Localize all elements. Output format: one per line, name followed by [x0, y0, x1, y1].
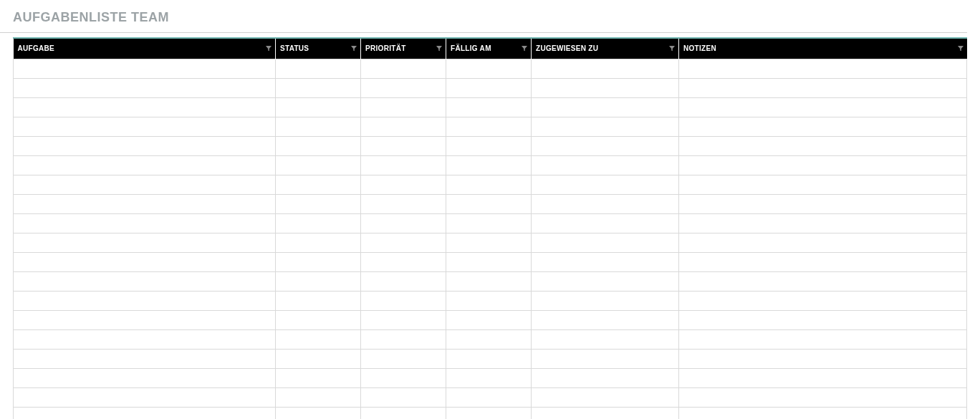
- table-cell[interactable]: [679, 117, 967, 136]
- table-cell[interactable]: [679, 349, 967, 368]
- table-cell[interactable]: [361, 368, 446, 387]
- table-cell[interactable]: [276, 213, 361, 233]
- col-header-notes[interactable]: NOTIZEN: [679, 39, 967, 59]
- table-cell[interactable]: [679, 252, 967, 271]
- table-cell[interactable]: [532, 271, 679, 291]
- table-cell[interactable]: [446, 387, 532, 407]
- table-cell[interactable]: [14, 368, 276, 387]
- table-cell[interactable]: [532, 387, 679, 407]
- table-cell[interactable]: [361, 155, 446, 175]
- table-cell[interactable]: [14, 329, 276, 349]
- table-cell[interactable]: [532, 78, 679, 97]
- table-cell[interactable]: [446, 155, 532, 175]
- table-cell[interactable]: [679, 136, 967, 155]
- table-cell[interactable]: [361, 310, 446, 329]
- table-cell[interactable]: [14, 271, 276, 291]
- table-cell[interactable]: [14, 387, 276, 407]
- table-cell[interactable]: [276, 291, 361, 310]
- table-cell[interactable]: [679, 387, 967, 407]
- col-header-assigned[interactable]: ZUGEWIESEN ZU: [532, 39, 679, 59]
- filter-icon[interactable]: [957, 45, 964, 52]
- table-cell[interactable]: [532, 291, 679, 310]
- table-cell[interactable]: [446, 252, 532, 271]
- table-cell[interactable]: [276, 233, 361, 252]
- table-cell[interactable]: [679, 368, 967, 387]
- table-cell[interactable]: [14, 252, 276, 271]
- table-cell[interactable]: [446, 368, 532, 387]
- table-cell[interactable]: [361, 329, 446, 349]
- table-cell[interactable]: [679, 291, 967, 310]
- table-cell[interactable]: [276, 368, 361, 387]
- table-cell[interactable]: [276, 329, 361, 349]
- col-header-aufgabe[interactable]: AUFGABE: [14, 39, 276, 59]
- col-header-due[interactable]: FÄLLIG AM: [446, 39, 532, 59]
- filter-icon[interactable]: [521, 45, 528, 52]
- table-cell[interactable]: [276, 271, 361, 291]
- table-cell[interactable]: [679, 97, 967, 117]
- table-cell[interactable]: [276, 194, 361, 213]
- table-cell[interactable]: [532, 59, 679, 78]
- table-cell[interactable]: [532, 117, 679, 136]
- table-cell[interactable]: [532, 349, 679, 368]
- table-cell[interactable]: [446, 117, 532, 136]
- table-cell[interactable]: [14, 213, 276, 233]
- table-cell[interactable]: [446, 407, 532, 419]
- table-cell[interactable]: [361, 97, 446, 117]
- table-cell[interactable]: [679, 78, 967, 97]
- table-cell[interactable]: [276, 78, 361, 97]
- table-cell[interactable]: [532, 155, 679, 175]
- table-cell[interactable]: [532, 194, 679, 213]
- table-cell[interactable]: [446, 329, 532, 349]
- table-cell[interactable]: [532, 329, 679, 349]
- table-cell[interactable]: [532, 252, 679, 271]
- table-cell[interactable]: [532, 175, 679, 194]
- table-cell[interactable]: [276, 310, 361, 329]
- table-cell[interactable]: [14, 155, 276, 175]
- table-cell[interactable]: [361, 407, 446, 419]
- table-cell[interactable]: [361, 194, 446, 213]
- table-cell[interactable]: [361, 233, 446, 252]
- table-cell[interactable]: [679, 310, 967, 329]
- table-cell[interactable]: [14, 194, 276, 213]
- table-cell[interactable]: [14, 136, 276, 155]
- table-cell[interactable]: [276, 349, 361, 368]
- table-cell[interactable]: [361, 252, 446, 271]
- table-cell[interactable]: [276, 117, 361, 136]
- table-cell[interactable]: [679, 271, 967, 291]
- table-cell[interactable]: [446, 78, 532, 97]
- table-cell[interactable]: [446, 136, 532, 155]
- table-cell[interactable]: [679, 59, 967, 78]
- table-cell[interactable]: [276, 387, 361, 407]
- table-cell[interactable]: [361, 291, 446, 310]
- table-cell[interactable]: [276, 59, 361, 78]
- table-cell[interactable]: [361, 117, 446, 136]
- table-cell[interactable]: [14, 175, 276, 194]
- col-header-status[interactable]: STATUS: [276, 39, 361, 59]
- table-cell[interactable]: [679, 407, 967, 419]
- table-cell[interactable]: [446, 97, 532, 117]
- col-header-priority[interactable]: PRIORITÄT: [361, 39, 446, 59]
- table-cell[interactable]: [679, 155, 967, 175]
- table-cell[interactable]: [446, 175, 532, 194]
- table-cell[interactable]: [532, 136, 679, 155]
- table-cell[interactable]: [446, 213, 532, 233]
- table-cell[interactable]: [361, 59, 446, 78]
- table-cell[interactable]: [446, 59, 532, 78]
- table-cell[interactable]: [361, 136, 446, 155]
- table-cell[interactable]: [361, 78, 446, 97]
- table-cell[interactable]: [446, 233, 532, 252]
- table-cell[interactable]: [361, 387, 446, 407]
- filter-icon[interactable]: [350, 45, 357, 52]
- table-cell[interactable]: [276, 252, 361, 271]
- filter-icon[interactable]: [265, 45, 272, 52]
- table-cell[interactable]: [446, 194, 532, 213]
- table-cell[interactable]: [532, 97, 679, 117]
- table-cell[interactable]: [679, 329, 967, 349]
- table-cell[interactable]: [361, 175, 446, 194]
- table-cell[interactable]: [532, 407, 679, 419]
- table-cell[interactable]: [679, 213, 967, 233]
- table-cell[interactable]: [276, 155, 361, 175]
- table-cell[interactable]: [14, 78, 276, 97]
- table-cell[interactable]: [14, 407, 276, 419]
- table-cell[interactable]: [14, 59, 276, 78]
